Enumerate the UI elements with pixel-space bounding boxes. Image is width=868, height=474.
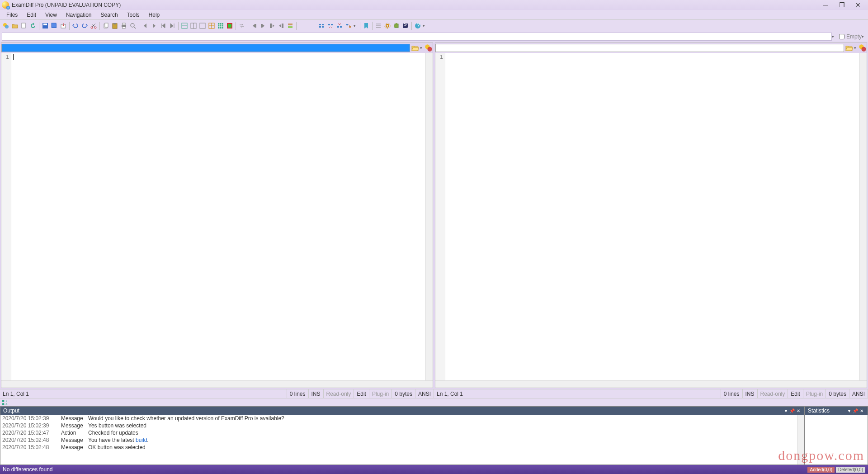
svg-rect-44 [331, 24, 333, 25]
log-timestamp: 2020/7/20 15:02:48 [2, 444, 61, 450]
statistics-close-icon[interactable]: ✕ [859, 408, 865, 414]
sync-down-icon[interactable] [2, 403, 8, 406]
bookmark-icon[interactable] [362, 22, 370, 30]
refresh-icon[interactable] [29, 22, 37, 30]
title-bar: ExamDiff Pro (UNPAID EVALUATION COPY) ─ … [0, 0, 868, 10]
view-single-icon[interactable] [198, 22, 207, 30]
plugin-icon[interactable] [392, 22, 401, 30]
right-horizontal-scrollbar[interactable] [435, 380, 867, 388]
maximize-button[interactable]: ❐ [834, 0, 850, 9]
compare-icon[interactable] [2, 22, 10, 30]
copy-left-icon[interactable] [250, 22, 258, 30]
statistics-dropdown-icon[interactable]: ▾ [846, 408, 852, 414]
empty-checkbox[interactable]: Empty [839, 33, 862, 40]
svg-rect-36 [282, 24, 283, 28]
window-title: ExamDiff Pro (UNPAID EVALUATION COPY) [12, 2, 817, 8]
menu-edit[interactable]: Edit [22, 11, 41, 19]
preview-icon[interactable] [129, 22, 137, 30]
right-swap-icon[interactable] [859, 44, 867, 52]
menu-view[interactable]: View [41, 11, 61, 19]
undo-icon[interactable] [71, 22, 80, 30]
view-horiz-icon[interactable] [180, 22, 189, 30]
open-folder-icon[interactable] [11, 22, 19, 30]
path-dropdown-icon[interactable]: ▾ [832, 34, 836, 39]
toolbar-separator [360, 22, 360, 30]
output-dropdown-icon[interactable]: ▾ [783, 408, 789, 414]
find-next-icon[interactable] [326, 22, 335, 30]
log-type: Message [61, 444, 88, 450]
output-pin-icon[interactable]: 📌 [789, 408, 795, 414]
menu-search[interactable]: Search [96, 11, 123, 19]
log-timestamp: 2020/7/20 15:02:48 [2, 437, 61, 443]
right-editor[interactable] [445, 53, 859, 380]
find-icon[interactable] [317, 22, 326, 30]
view-vert-icon[interactable] [189, 22, 198, 30]
merge-left-icon[interactable] [268, 22, 276, 30]
left-address-input[interactable] [1, 44, 410, 52]
right-vertical-scrollbar[interactable] [859, 53, 867, 380]
svg-rect-55 [396, 23, 397, 24]
copy-icon[interactable] [102, 22, 110, 30]
save-icon[interactable] [41, 22, 49, 30]
log-type: Message [61, 437, 88, 443]
statistics-pin-icon[interactable]: 📌 [852, 408, 859, 414]
right-open-folder-icon[interactable] [845, 44, 853, 52]
replace-icon[interactable] [344, 22, 353, 30]
toolbar-separator [372, 22, 373, 30]
left-swap-icon[interactable] [425, 44, 433, 52]
left-pane-status: Ln 1, Col 1 0 lines INS Read-only Edit P… [0, 389, 434, 398]
left-edit[interactable]: Edit [354, 389, 369, 398]
help-dropdown-icon[interactable]: ▾ [423, 24, 427, 28]
merge-right-icon[interactable] [277, 22, 285, 30]
menu-tools[interactable]: Tools [123, 11, 144, 19]
prev-diff-icon[interactable] [141, 22, 149, 30]
help-icon[interactable]: ? [414, 22, 422, 30]
redo-icon[interactable] [80, 22, 89, 30]
minimize-button[interactable]: ─ [817, 0, 834, 9]
menu-navigation[interactable]: Navigation [61, 11, 96, 19]
find-dropdown-icon[interactable]: ▾ [354, 24, 358, 28]
toolbar-separator [99, 22, 100, 30]
left-vertical-scrollbar[interactable] [425, 53, 433, 380]
output-scrollbar[interactable] [797, 415, 804, 465]
save-all-icon[interactable] [50, 22, 58, 30]
left-open-folder-icon[interactable] [411, 44, 419, 52]
diff-block-icon[interactable] [286, 22, 294, 30]
log-link[interactable]: build [136, 437, 147, 443]
added-chip: Added(0,0) [807, 467, 834, 473]
menu-help[interactable]: Help [144, 11, 165, 19]
right-folder-dropdown-icon[interactable]: ▾ [854, 46, 859, 50]
shell-icon[interactable]: >_ [401, 22, 410, 30]
close-button[interactable]: ✕ [850, 0, 866, 9]
options-gear-icon[interactable] [383, 22, 392, 30]
empty-dropdown-icon[interactable]: ▾ [862, 34, 866, 39]
left-editor[interactable] [11, 53, 425, 380]
left-folder-dropdown-icon[interactable]: ▾ [420, 46, 425, 50]
view-grid-icon[interactable] [208, 22, 216, 30]
export-icon[interactable] [59, 22, 67, 30]
find-prev-icon[interactable] [335, 22, 344, 30]
empty-checkbox-input[interactable] [839, 34, 844, 39]
next-diff-icon[interactable] [150, 22, 158, 30]
copy-right-icon[interactable] [259, 22, 267, 30]
path-input[interactable] [2, 33, 832, 41]
sync-bar [0, 398, 868, 406]
svg-point-66 [2, 403, 5, 405]
swap-icon[interactable] [238, 22, 246, 30]
sync-up-icon[interactable] [2, 399, 8, 403]
left-horizontal-scrollbar[interactable] [1, 380, 433, 388]
right-edit[interactable]: Edit [788, 389, 803, 398]
paste-icon[interactable] [111, 22, 119, 30]
view-hex-icon[interactable] [226, 22, 234, 30]
first-diff-icon[interactable] [159, 22, 167, 30]
new-icon[interactable] [20, 22, 28, 30]
print-icon[interactable] [120, 22, 128, 30]
view-table-icon[interactable] [217, 22, 225, 30]
cut-icon[interactable] [90, 22, 98, 30]
right-address-input[interactable] [435, 44, 844, 52]
left-lines: 0 lines [287, 389, 309, 398]
output-close-icon[interactable]: ✕ [795, 408, 802, 414]
menu-files[interactable]: Files [2, 11, 22, 19]
last-diff-icon[interactable] [168, 22, 176, 30]
options-list-icon[interactable] [374, 22, 382, 30]
